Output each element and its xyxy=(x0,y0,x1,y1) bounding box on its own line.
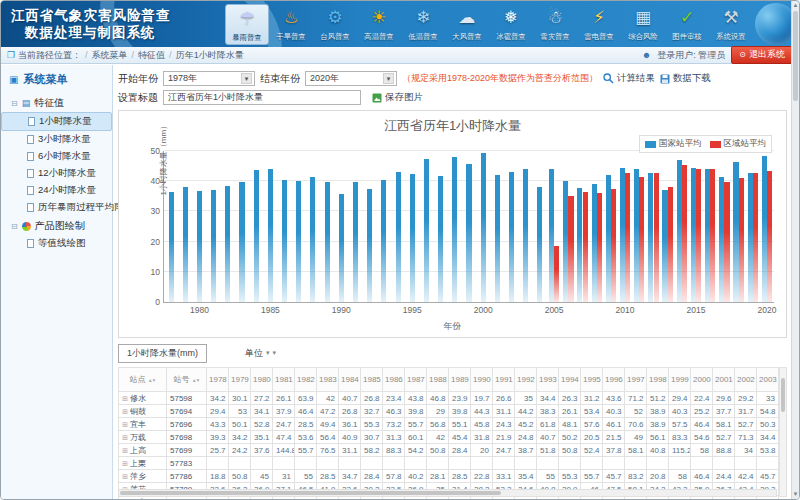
col-header-year-1988[interactable]: 1988 xyxy=(427,368,449,392)
col-header-year-1987[interactable]: 1987 xyxy=(405,368,427,392)
col-header-year-1986[interactable]: 1986 xyxy=(383,368,405,392)
sort-icon[interactable]: ▲▼ xyxy=(148,377,156,383)
breadcrumb-item-1[interactable]: 系统菜单 xyxy=(92,50,128,60)
toolbar-item-7[interactable]: ❅冰雹普查 xyxy=(489,4,533,45)
toolbar-item-4[interactable]: ☀高温普查 xyxy=(357,4,401,45)
table-horizontal-scrollbar[interactable] xyxy=(118,489,777,497)
col-header-year-1982[interactable]: 1982 xyxy=(295,368,317,392)
sidebar-item-3小时降水量[interactable]: 3小时降水量 xyxy=(1,131,112,148)
toolbar-item-label: 高温普查 xyxy=(364,31,393,41)
value-cell-万载-2001: 52.7 xyxy=(713,431,735,444)
sidebar-item-等值线绘图[interactable]: 等值线绘图 xyxy=(1,235,112,252)
expand-icon[interactable]: ⊟ xyxy=(11,99,18,108)
sidebar-group-2[interactable]: ⊟产品图绘制 xyxy=(1,216,112,235)
col-header-year-1978[interactable]: 1978 xyxy=(207,368,229,392)
col-header-year-1983[interactable]: 1983 xyxy=(317,368,339,392)
breadcrumb-item-2[interactable]: 特征值 xyxy=(138,50,165,60)
col-header-year-2002[interactable]: 2002 xyxy=(735,368,757,392)
scroll-up-icon[interactable]: ▲ xyxy=(792,1,799,10)
toolbar-item-1[interactable]: ☂暴雨普查 xyxy=(225,4,269,45)
expand-icon[interactable]: ⊟ xyxy=(11,222,18,231)
col-header-year-1989[interactable]: 1989 xyxy=(449,368,471,392)
save-image-button[interactable]: 保存图片 xyxy=(372,91,423,104)
row-expand-icon[interactable]: ⊞ xyxy=(122,499,128,500)
row-expand-icon[interactable]: ⊞ xyxy=(122,408,128,415)
station-name: 修水 xyxy=(130,394,146,403)
col-header-year-2003[interactable]: 2003 xyxy=(757,368,779,392)
col-header-year-1994[interactable]: 1994 xyxy=(559,368,581,392)
calculate-button[interactable]: 计算结果 xyxy=(603,72,655,85)
col-header-year-2001[interactable]: 2001 xyxy=(713,368,735,392)
value-cell-铜鼓-1978: 29.4 xyxy=(207,405,229,418)
value-cell-修水-2000: 22.4 xyxy=(691,392,713,405)
col-header-year-1999[interactable]: 1999 xyxy=(669,368,691,392)
row-expand-icon[interactable]: ⊞ xyxy=(122,434,128,441)
calculator-icon: ▦ xyxy=(628,5,658,30)
page-vertical-scrollbar[interactable]: ▲ ▼ xyxy=(791,1,799,499)
col-header-year-1996[interactable]: 1996 xyxy=(603,368,625,392)
toolbar-item-6[interactable]: ☁大风普查 xyxy=(445,4,489,45)
row-expand-icon[interactable]: ⊞ xyxy=(122,447,128,454)
x-tick-label: 2015 xyxy=(687,305,706,315)
app-header: 江西省气象灾害风险普查 数据处理与制图系统 ☂暴雨普查♨干旱普查⚙台风普查☀高温… xyxy=(1,1,799,47)
sidebar-group-1[interactable]: ⊟▤特征值 xyxy=(1,93,112,112)
toolbar-item-8[interactable]: ☃雪灾普查 xyxy=(533,4,577,45)
toolbar-item-5[interactable]: ❄低温普查 xyxy=(401,4,445,45)
value-cell-萍乡-1990: 22.8 xyxy=(471,470,493,483)
row-expand-icon[interactable]: ⊞ xyxy=(122,395,128,402)
sidebar-item-label: 24小时降水量 xyxy=(38,184,96,197)
col-header-year-1997[interactable]: 1997 xyxy=(625,368,647,392)
sort-icon[interactable]: ▲▼ xyxy=(192,377,200,383)
end-year-select[interactable]: 2020年 ▾ xyxy=(305,71,397,86)
toolbar-item-label: 低温普查 xyxy=(408,31,437,41)
col-header-year-1980[interactable]: 1980 xyxy=(251,368,273,392)
bar-regional-2006 xyxy=(568,196,573,302)
value-cell-萍乡-1978: 18.8 xyxy=(207,470,229,483)
table-tab[interactable]: 1小时降水量(mm) xyxy=(118,344,207,363)
chart-title-input[interactable] xyxy=(163,90,361,105)
bar-national-1982 xyxy=(225,186,230,302)
scroll-down-icon[interactable]: ▼ xyxy=(792,490,799,499)
col-header-year-1981[interactable]: 1981 xyxy=(273,368,295,392)
document-icon xyxy=(27,239,34,248)
toolbar-item-3[interactable]: ⚙台风普查 xyxy=(313,4,357,45)
col-header-year-1991[interactable]: 1991 xyxy=(493,368,515,392)
col-header-year-1979[interactable]: 1979 xyxy=(229,368,251,392)
download-button[interactable]: 数据下载 xyxy=(660,72,711,85)
col-header-year-1990[interactable]: 1990 xyxy=(471,368,493,392)
logout-button[interactable]: ⊙ 退出系统 xyxy=(731,46,793,64)
sidebar-item-历年暴雨过程平均雨量[interactable]: 历年暴雨过程平均雨量 xyxy=(1,199,112,216)
col-header-year-1985[interactable]: 1985 xyxy=(361,368,383,392)
toolbar-item-12[interactable]: ⚒系统设置 xyxy=(709,4,753,45)
col-header-year-2000[interactable]: 2000 xyxy=(691,368,713,392)
row-expand-icon[interactable]: ⊞ xyxy=(122,473,128,480)
col-header-year-1992[interactable]: 1992 xyxy=(515,368,537,392)
start-year-select[interactable]: 1978年 ▾ xyxy=(163,71,255,86)
col-header-year-1998[interactable]: 1998 xyxy=(647,368,669,392)
sidebar-item-6小时降水量[interactable]: 6小时降水量 xyxy=(1,148,112,165)
toolbar-item-9[interactable]: ⚡雷电普查 xyxy=(577,4,621,45)
col-header-year-1993[interactable]: 1993 xyxy=(537,368,559,392)
row-expand-icon[interactable]: ⊞ xyxy=(122,460,128,467)
table-vertical-scrollbar[interactable] xyxy=(779,367,787,497)
sidebar-item-12小时降水量[interactable]: 12小时降水量 xyxy=(1,165,112,182)
breadcrumb-item-3[interactable]: 历年1小时降水量 xyxy=(176,50,244,60)
col-header-year-1995[interactable]: 1995 xyxy=(581,368,603,392)
row-expand-icon[interactable]: ⊞ xyxy=(122,421,128,428)
sidebar-item-24小时降水量[interactable]: 24小时降水量 xyxy=(1,182,112,199)
value-cell-上高-2000: 58 xyxy=(691,444,713,457)
toolbar-item-label: 系统设置 xyxy=(716,31,745,41)
toolbar-item-11[interactable]: ✓图件审核 xyxy=(665,4,709,45)
unit-dropdown[interactable]: 单位 ▾ ▾ xyxy=(245,347,276,360)
sidebar-item-1小时降水量[interactable]: 1小时降水量 xyxy=(1,112,112,131)
col-header-station[interactable]: 站点 ▲▼ xyxy=(119,368,167,392)
scrollbar-thumb[interactable] xyxy=(793,11,798,101)
col-header-year-1984[interactable]: 1984 xyxy=(339,368,361,392)
value-cell-上高-1999: 115.2 xyxy=(669,444,691,457)
col-header-station-id[interactable]: 站号 ▲▼ xyxy=(167,368,207,392)
toolbar-item-2[interactable]: ♨干旱普查 xyxy=(269,4,313,45)
toolbar-item-10[interactable]: ▦综合风险 xyxy=(621,4,665,45)
set-title-label: 设置标题 xyxy=(118,91,158,105)
value-cell-铜鼓-1993: 38.3 xyxy=(537,405,559,418)
bar-regional-2013 xyxy=(668,187,673,302)
